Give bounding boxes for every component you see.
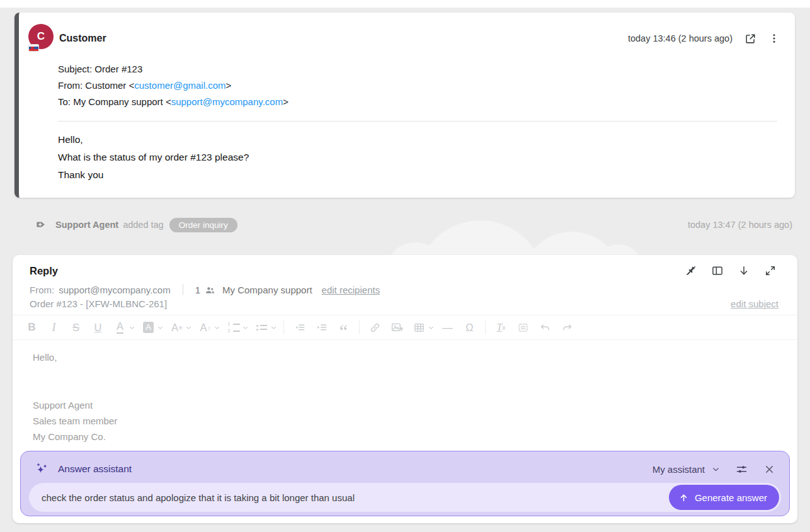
indent-button[interactable] bbox=[311, 319, 333, 336]
expand-icon[interactable] bbox=[764, 264, 777, 277]
to-email-link[interactable]: support@mycompany.com bbox=[171, 96, 283, 107]
email-divider bbox=[58, 121, 777, 122]
event-timestamp: today 13:47 (2 hours ago) bbox=[688, 220, 792, 230]
generate-answer-button[interactable]: Generate answer bbox=[669, 485, 779, 510]
body-line: Thank you bbox=[58, 166, 780, 184]
chevron-down-icon bbox=[712, 465, 720, 473]
assistant-settings-icon[interactable] bbox=[735, 463, 748, 476]
clear-formatting-button[interactable]: Tx bbox=[490, 319, 512, 336]
undo-button[interactable] bbox=[534, 319, 556, 336]
font-size-chevron[interactable] bbox=[183, 319, 194, 336]
arrow-up-icon bbox=[678, 492, 689, 503]
toolbar-separator bbox=[283, 320, 284, 334]
split-panel-icon[interactable] bbox=[711, 264, 724, 277]
recipients-group-icon bbox=[205, 285, 215, 295]
tag-event-row: Support Agent added tag Order inquiry to… bbox=[14, 214, 792, 235]
ordered-list-chevron[interactable] bbox=[240, 319, 251, 336]
text-color-chevron[interactable] bbox=[127, 319, 137, 336]
edit-recipients-link[interactable]: edit recipients bbox=[322, 285, 380, 295]
assistant-selector[interactable]: My assistant bbox=[653, 464, 720, 475]
generate-answer-label: Generate answer bbox=[695, 492, 767, 503]
slovakia-flag-icon bbox=[28, 44, 39, 52]
line-height-chevron[interactable] bbox=[212, 319, 222, 336]
reply-composer: Reply bbox=[13, 255, 797, 523]
tag-plus-icon bbox=[35, 218, 47, 231]
email-body: Hello, What is the status of my order #1… bbox=[58, 131, 780, 184]
reply-subject-row: Order #123 - [XFW-MLBNC-261] edit subjec… bbox=[13, 295, 797, 309]
avatar-wrap: C bbox=[28, 24, 54, 53]
editor-line: Sales team member bbox=[33, 413, 779, 429]
redo-button[interactable] bbox=[556, 319, 578, 336]
edit-subject-link[interactable]: edit subject bbox=[731, 298, 779, 309]
divider bbox=[183, 284, 183, 295]
assistant-title: Answer assistant bbox=[58, 463, 132, 475]
select-all-button[interactable] bbox=[512, 319, 534, 336]
body-line: What is the status of my order #123 plea… bbox=[58, 149, 780, 166]
email-timestamp: today 13:46 (2 hours ago) bbox=[628, 33, 733, 43]
editor-line bbox=[33, 365, 779, 381]
editor-line: My Company Co. bbox=[33, 429, 779, 444]
blockquote-button[interactable]: “ bbox=[333, 319, 355, 336]
italic-button[interactable]: I bbox=[43, 319, 65, 336]
reply-from-row: From: support@mycompany.com 1 My Company… bbox=[13, 277, 797, 295]
email-from-line: From: Customer <customer@gmail.com> bbox=[58, 77, 780, 94]
reply-editor[interactable]: Hello, Support Agent Sales team member M… bbox=[13, 340, 797, 445]
email-meta: Subject: Order #123 From: Customer <cust… bbox=[58, 61, 780, 110]
bullet-list-chevron[interactable] bbox=[268, 319, 279, 336]
body-line: Hello, bbox=[58, 131, 780, 149]
kebab-menu-icon[interactable] bbox=[768, 33, 780, 44]
event-action: added tag bbox=[123, 220, 164, 230]
editor-line bbox=[33, 382, 779, 397]
editor-line: Hello, bbox=[33, 349, 779, 365]
email-header-row: C Customer today 13:46 (2 hours ago) bbox=[28, 24, 780, 53]
bold-button[interactable]: B bbox=[21, 319, 43, 336]
open-in-new-icon[interactable] bbox=[744, 33, 756, 45]
toolbar-separator bbox=[359, 320, 360, 334]
reply-subject: Order #123 - [XFW-MLBNC-261] bbox=[30, 298, 167, 309]
from-label: From: bbox=[30, 285, 54, 295]
answer-assistant-panel: Answer assistant My assistant bbox=[20, 451, 790, 516]
assistant-selector-value: My assistant bbox=[653, 464, 705, 475]
event-actor: Support Agent bbox=[55, 220, 118, 230]
outdent-button[interactable] bbox=[288, 319, 311, 336]
highlight-color-chevron[interactable] bbox=[155, 319, 166, 336]
recipient-name: My Company support bbox=[222, 285, 312, 295]
reply-title: Reply bbox=[30, 265, 58, 277]
sender-name: Customer bbox=[59, 33, 106, 44]
email-message-card: C Customer today 13:46 (2 hours ago) bbox=[14, 13, 795, 198]
rich-text-toolbar: B I S U A A A≡ A↕ 12 bbox=[13, 315, 797, 340]
email-to-line: To: My Company support <support@mycompan… bbox=[58, 94, 780, 110]
top-strip bbox=[0, 0, 810, 8]
email-subject-line: Subject: Order #123 bbox=[58, 61, 780, 77]
table-chevron[interactable] bbox=[426, 319, 436, 336]
link-button[interactable] bbox=[364, 319, 386, 336]
from-address: support@mycompany.com bbox=[59, 285, 171, 295]
assistant-close-icon[interactable] bbox=[763, 463, 775, 475]
underline-button[interactable]: U bbox=[87, 319, 109, 336]
from-email-link[interactable]: customer@gmail.com bbox=[134, 80, 225, 91]
unpin-icon[interactable] bbox=[685, 264, 697, 277]
editor-line: Support Agent bbox=[33, 397, 779, 413]
assistant-prompt-input[interactable] bbox=[31, 483, 669, 512]
sparkles-icon bbox=[35, 461, 50, 477]
horizontal-rule-button[interactable]: — bbox=[436, 319, 459, 336]
assistant-input-pill: Generate answer bbox=[29, 483, 781, 512]
recipient-count: 1 bbox=[195, 285, 200, 295]
special-character-button[interactable]: Ω bbox=[459, 319, 481, 336]
ticket-view: C Customer today 13:46 (2 hours ago) bbox=[0, 0, 810, 532]
collapse-down-icon[interactable] bbox=[738, 264, 750, 277]
strikethrough-button[interactable]: S bbox=[65, 319, 87, 336]
tag-badge[interactable]: Order inquiry bbox=[169, 218, 237, 232]
image-upload-button[interactable] bbox=[386, 319, 408, 336]
toolbar-separator bbox=[485, 320, 486, 334]
